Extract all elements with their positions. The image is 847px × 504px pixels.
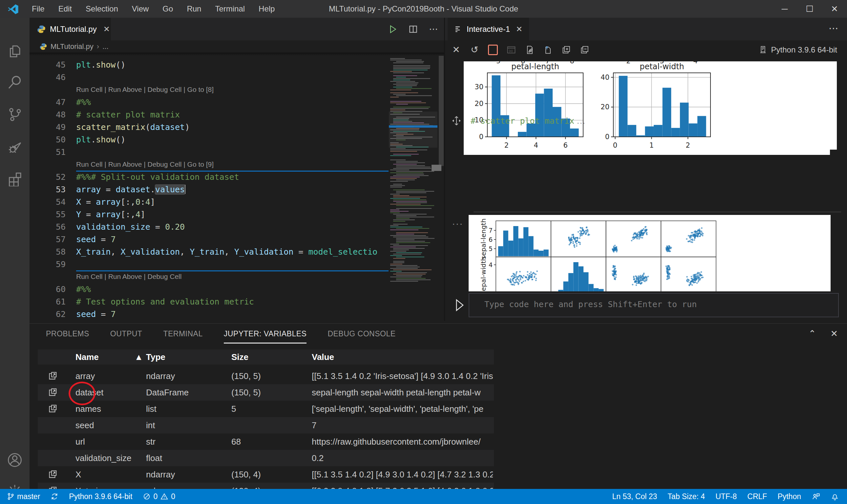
panel-tab-problems[interactable]: PROBLEMS	[46, 329, 89, 339]
run-python-file-icon[interactable]	[388, 24, 397, 34]
menu-view[interactable]: View	[125, 4, 156, 14]
indentation-item[interactable]: Tab Size: 4	[662, 489, 710, 504]
col-header-name[interactable]: Name	[75, 349, 141, 364]
code-editor[interactable]: 45plt.show()46Run Cell | Run Above | Deb…	[30, 53, 444, 321]
search-icon[interactable]	[0, 69, 30, 95]
cursor-position-item[interactable]: Ln 53, Col 23	[607, 489, 663, 504]
panel-tab-debug-console[interactable]: DEBUG CONSOLE	[327, 329, 395, 339]
menu-selection[interactable]: Selection	[79, 4, 125, 14]
table-row-array[interactable]: arrayndarray(150, 5)[[5.1 3.5 1.4 0.2 'I…	[38, 368, 494, 384]
run-debug-icon[interactable]	[0, 133, 30, 160]
kernel-label: Python 3.9.6 64-bit	[771, 45, 837, 54]
export-python-file-icon[interactable]	[539, 43, 557, 57]
cell-value: sepal-length sepal-width petal-length pe…	[312, 384, 493, 401]
close-panel-icon[interactable]: ✕	[830, 328, 838, 339]
tab-mltutorial[interactable]: MLTutorial.py ✕	[30, 18, 111, 40]
minimap[interactable]	[389, 53, 437, 321]
collapse-all-cells-icon[interactable]	[576, 43, 594, 57]
cell-type: float	[146, 450, 221, 466]
more-actions-icon[interactable]: ⋯	[429, 24, 438, 34]
close-icon[interactable]: ✕	[447, 43, 465, 57]
tab-interactive-1[interactable]: Interactive-1 ✕	[448, 18, 529, 40]
breadcrumb-symbol[interactable]: ...	[102, 42, 108, 51]
maximize-button[interactable]: ☐	[797, 0, 822, 18]
python-interpreter-item[interactable]: Python 3.9.6 64-bit	[64, 489, 138, 504]
table-row-dataset[interactable]: datasetDataFrame(150, 5)sepal-length sep…	[38, 384, 494, 401]
svg-text:6: 6	[521, 61, 525, 65]
breadcrumb[interactable]: MLTutorial.py › ...	[30, 40, 444, 53]
explorer-icon[interactable]	[0, 39, 30, 65]
menu-go[interactable]: Go	[156, 4, 180, 14]
export-notebook-icon[interactable]	[521, 43, 539, 57]
menu-terminal[interactable]: Terminal	[208, 4, 252, 14]
menu-edit[interactable]: Edit	[52, 4, 79, 14]
cell-source-code[interactable]: # scatter plot matrix	[471, 116, 574, 126]
maximize-panel-icon[interactable]: ⌃	[809, 328, 816, 339]
menu-file[interactable]: File	[25, 4, 52, 14]
table-row-names[interactable]: nameslist5['sepal-length', 'sepal-width'…	[38, 401, 494, 417]
interactive-window-icon	[454, 25, 463, 34]
col-header-type[interactable]: Type	[146, 349, 221, 364]
open-in-data-viewer-icon[interactable]	[48, 401, 62, 419]
output-overflow-icon[interactable]: ...	[452, 216, 463, 227]
breadcrumb-file[interactable]: MLTutorial.py	[51, 42, 93, 51]
table-row-url[interactable]: urlstr68https://raw.githubusercontent.co…	[38, 433, 494, 450]
svg-text:4: 4	[534, 141, 538, 149]
expand-all-cells-icon[interactable]	[557, 43, 576, 57]
code-row: 51	[30, 146, 417, 159]
split-editor-icon[interactable]	[409, 24, 418, 34]
open-in-data-viewer-icon[interactable]	[48, 466, 62, 485]
source-control-icon[interactable]	[0, 102, 30, 128]
minimize-button[interactable]: ─	[772, 0, 797, 18]
col-header-size[interactable]: Size	[231, 349, 304, 364]
more-actions-icon[interactable]: ⋯	[829, 22, 839, 34]
cell-expand-icon[interactable]: ...	[577, 116, 586, 126]
codelens-actions[interactable]: Run Cell | Run Above | Debug Cell | Go t…	[76, 84, 214, 95]
table-row-seed[interactable]: seedint7	[38, 417, 494, 433]
editor-scrollbar[interactable]	[439, 56, 444, 166]
notifications-item[interactable]	[825, 489, 844, 504]
open-in-data-viewer-icon[interactable]	[48, 384, 62, 402]
goto-cell-icon[interactable]	[452, 115, 462, 126]
sash-handle[interactable]	[432, 165, 441, 171]
encoding-item[interactable]: UTF-8	[710, 489, 742, 504]
menu-help[interactable]: Help	[252, 4, 282, 14]
status-bar: master Python 3.9.6 64-bit 0 0 Ln 53, Co…	[0, 489, 847, 504]
feedback-item[interactable]	[806, 489, 825, 504]
restart-kernel-icon[interactable]: ↺	[465, 43, 484, 57]
tab-close-icon[interactable]: ✕	[516, 24, 522, 34]
interactive-output-area[interactable]: 0 10 20 30 2 4 6petal-length5678 0 20 40…	[445, 59, 847, 321]
open-in-data-viewer-icon[interactable]	[48, 368, 62, 386]
extensions-icon[interactable]	[0, 165, 30, 192]
problems-item[interactable]: 0 0	[138, 489, 180, 504]
run-prompt-icon[interactable]	[454, 299, 465, 312]
code-row: 62seed = 7	[30, 308, 417, 321]
codelens-actions[interactable]: Run Cell | Run Above | Debug Cell | Go t…	[76, 159, 214, 170]
code-input-box[interactable]: Type code here and press Shift+Enter to …	[469, 293, 839, 317]
menu-run[interactable]: Run	[180, 4, 208, 14]
panel-tab-output[interactable]: OUTPUT	[110, 329, 142, 339]
variable-explorer-icon[interactable]: (x)	[502, 43, 521, 57]
close-window-button[interactable]: ✕	[822, 0, 847, 18]
scatter-matrix-output: 7654sepal-lengthsepal-width	[469, 215, 831, 291]
col-header-value[interactable]: Value	[312, 349, 493, 364]
status-bar-right: Ln 53, Col 23 Tab Size: 4 UTF-8 CRLF Pyt…	[607, 489, 844, 504]
git-branch-item[interactable]: master	[0, 489, 45, 504]
codelens-actions[interactable]: Run Cell | Run Above | Debug Cell	[76, 271, 181, 283]
line-number: 46	[30, 71, 66, 84]
panel-tab-terminal[interactable]: TERMINAL	[163, 329, 202, 339]
tab-close-icon[interactable]: ✕	[103, 24, 110, 34]
interrupt-kernel-icon[interactable]	[484, 43, 502, 57]
panel-tab-jupyter-variables[interactable]: JUPYTER: VARIABLES	[224, 329, 307, 339]
account-icon[interactable]	[0, 447, 30, 473]
warning-count: 0	[171, 492, 175, 501]
language-mode-item[interactable]: Python	[772, 489, 806, 504]
table-row-X[interactable]: Xndarray(150, 4)[[5.1 3.5 1.4 0.2] [4.9 …	[38, 466, 494, 483]
sync-item[interactable]	[45, 489, 64, 504]
kernel-status[interactable]: Python 3.9.6 64-bit	[759, 45, 837, 54]
cell-value: ['sepal-length', 'sepal-width', 'petal-l…	[312, 401, 493, 417]
eol-item[interactable]: CRLF	[742, 489, 772, 504]
cell-type: list	[146, 401, 221, 417]
table-row-validation_size[interactable]: validation_sizefloat0.2	[38, 450, 494, 466]
svg-text:6: 6	[563, 141, 567, 149]
